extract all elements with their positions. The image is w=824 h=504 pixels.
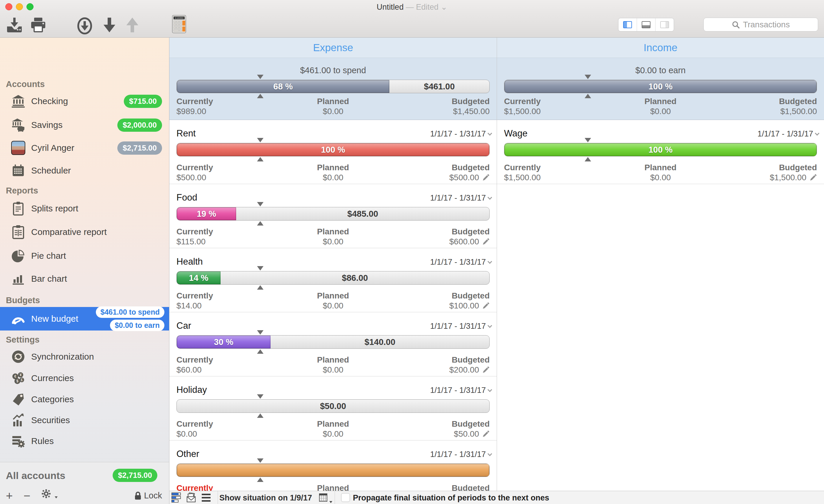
actions-gear-button[interactable]: [41, 489, 58, 500]
print-icon[interactable]: [30, 17, 46, 33]
rules-icon: [11, 434, 26, 448]
edit-pencil-icon[interactable]: [482, 238, 490, 245]
budgeted-value: $500.00: [449, 173, 479, 182]
planned-marker-top[interactable]: [257, 266, 264, 271]
calculator-icon[interactable]: 3.141593: [171, 15, 188, 35]
sidebar-item-savings[interactable]: Savings $2,000.00: [0, 113, 169, 137]
view-mode-segmented-control: [618, 18, 674, 31]
search-placeholder: Transactions: [743, 20, 790, 29]
balance-badge: $715.00: [124, 95, 162, 108]
budgeted-value: $50.00: [454, 429, 479, 439]
category-row-car: Car 1/1/17 - 1/31/17 30 %$140.00 Current…: [170, 312, 497, 376]
all-accounts-label: All accounts: [6, 470, 65, 481]
planned-marker-bottom[interactable]: [257, 221, 264, 225]
remove-account-button[interactable]: −: [23, 491, 30, 501]
period-selector[interactable]: 1/1/17 - 1/31/17: [757, 129, 818, 138]
period-selector[interactable]: 1/1/17 - 1/31/17: [430, 386, 491, 395]
edit-pencil-icon[interactable]: [482, 430, 490, 438]
category-progress-bar: 100 %: [504, 143, 817, 157]
view-right-pane-segment[interactable]: [655, 18, 674, 31]
sidebar-item-currencies[interactable]: €¥$£ Currencies: [0, 367, 169, 390]
view-bottom-pane-segment[interactable]: [637, 18, 655, 31]
period-selector[interactable]: 1/1/17 - 1/31/17: [430, 129, 491, 138]
chevron-down-icon: [55, 496, 58, 499]
category-progress-bar: 30 %$140.00: [177, 335, 490, 349]
bottom-pane-view-icon: [642, 21, 650, 28]
sidebar-footer: All accounts $2,715.00 + − Lock: [0, 462, 169, 504]
planned-value: $0.00: [281, 237, 385, 246]
lock-button[interactable]: Lock: [134, 491, 162, 500]
sidebar-item-pie-chart[interactable]: Pie chart: [0, 244, 169, 268]
sidebar-item-checking[interactable]: Checking $715.00: [0, 89, 169, 113]
chevron-down-icon: [488, 388, 492, 392]
budgeted-value: $100.00: [449, 301, 479, 310]
tag-icon: [11, 393, 26, 406]
report-label: Comparative report: [31, 227, 169, 237]
planned-marker-top[interactable]: [257, 138, 264, 142]
sidebar-item-rules[interactable]: Rules: [0, 429, 169, 453]
planned-value: $0.00: [281, 365, 385, 375]
move-down-icon[interactable]: [103, 17, 116, 34]
category-name: Food: [177, 192, 197, 203]
sidebar-item-scheduler[interactable]: Scheduler: [0, 159, 169, 182]
edit-pencil-icon[interactable]: [482, 302, 490, 310]
export-download-icon[interactable]: [6, 17, 23, 33]
svg-text:3.141593: 3.141593: [175, 17, 184, 19]
planned-marker-bottom[interactable]: [257, 285, 264, 290]
period-selector[interactable]: 1/1/17 - 1/31/17: [430, 194, 491, 203]
add-account-button[interactable]: +: [6, 491, 13, 501]
sidebar-item-synchronization[interactable]: Synchronization: [0, 345, 169, 369]
chevron-down-icon: [488, 195, 492, 200]
statusbar: Show situation on 1/9/17 Propagate final…: [170, 491, 824, 504]
sidebar-item-comparative-report[interactable]: Comparative report: [0, 220, 169, 244]
statusbar-divider: [218, 491, 218, 504]
budget-bars-view-icon[interactable]: [172, 493, 183, 504]
income-summary: $0.00 to earn 100 % CurrentlyPlannedBudg…: [497, 58, 824, 120]
view-sidebar-segment[interactable]: [618, 18, 637, 31]
pie-chart-icon: [11, 249, 26, 263]
export-envelope-icon[interactable]: [186, 493, 197, 504]
planned-marker-bottom[interactable]: [257, 157, 264, 162]
calendar-picker-button[interactable]: [319, 493, 333, 503]
planned-marker-top[interactable]: [585, 75, 591, 79]
to-spend-badge: $461.00 to spend: [96, 306, 165, 318]
propagate-checkbox[interactable]: [341, 493, 350, 502]
period-selector[interactable]: 1/1/17 - 1/31/17: [430, 450, 491, 459]
planned-marker-top[interactable]: [257, 75, 264, 79]
edit-pencil-icon[interactable]: [482, 366, 490, 374]
clipboard-report-icon: [11, 201, 26, 215]
expense-header: Expense: [170, 38, 497, 58]
sidebar-item-securities[interactable]: Securities: [0, 408, 169, 432]
menu-hamburger-icon[interactable]: [202, 494, 212, 503]
currently-value: $60.00: [177, 365, 281, 375]
sidebar-item-bar-chart[interactable]: Bar chart: [0, 267, 169, 291]
balance-badge: $2,000.00: [117, 118, 162, 132]
category-name: Health: [177, 257, 203, 267]
edit-pencil-icon[interactable]: [809, 174, 817, 181]
planned-marker-bottom[interactable]: [257, 349, 264, 354]
planned-marker-bottom[interactable]: [257, 478, 264, 482]
sidebar-item-new-budget[interactable]: New budget $461.00 to spend $0.00 to ear…: [0, 307, 169, 330]
account-label: Scheduler: [31, 166, 169, 176]
planned-marker-top[interactable]: [257, 202, 264, 206]
sidebar-item-splits-report[interactable]: Splits report: [0, 197, 169, 220]
planned-marker-top[interactable]: [257, 459, 264, 463]
edit-pencil-icon[interactable]: [482, 174, 490, 181]
sidebar-item-categories[interactable]: Categories: [0, 388, 169, 411]
planned-marker-bottom[interactable]: [585, 157, 591, 162]
section-accounts: Accounts: [6, 79, 45, 89]
transactions-search-field[interactable]: Transactions: [703, 18, 818, 31]
category-row-health: Health 1/1/17 - 1/31/17 14 %$86.00 Curre…: [170, 248, 497, 312]
import-circle-down-icon[interactable]: [77, 17, 92, 36]
planned-marker-top[interactable]: [257, 394, 264, 399]
section-reports: Reports: [6, 186, 38, 196]
sidebar-item-cyril-anger[interactable]: Cyril Anger $2,715.00: [0, 136, 169, 160]
setting-label: Securities: [31, 415, 169, 425]
planned-marker-top[interactable]: [585, 138, 591, 142]
piggy-bank-icon: [11, 118, 26, 132]
period-selector[interactable]: 1/1/17 - 1/31/17: [430, 258, 491, 267]
planned-marker-top[interactable]: [257, 330, 264, 335]
period-selector[interactable]: 1/1/17 - 1/31/17: [430, 322, 491, 331]
document-title: Untitled: [377, 3, 404, 11]
planned-marker-bottom[interactable]: [257, 413, 264, 418]
